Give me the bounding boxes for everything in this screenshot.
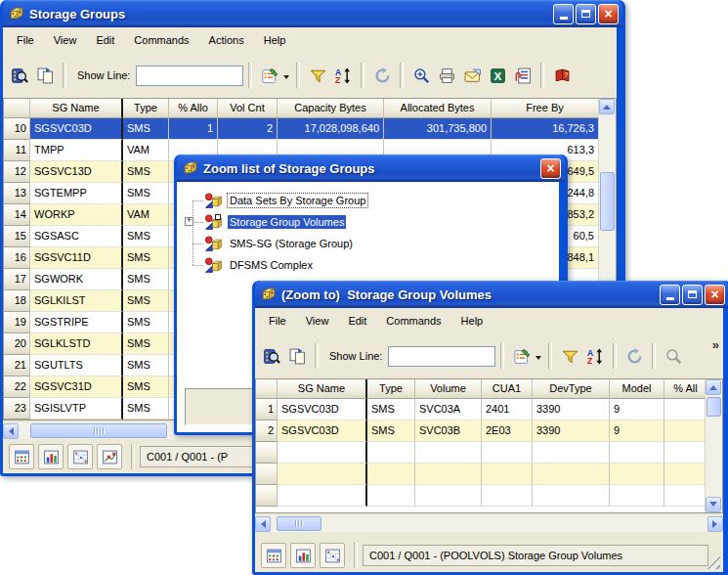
row-number-cell[interactable]: 1	[256, 399, 278, 420]
menu-item[interactable]: Help	[254, 30, 296, 50]
col-header-volume[interactable]: Volume	[415, 379, 482, 399]
scroll-left-button[interactable]	[3, 423, 19, 439]
show-line-input[interactable]	[136, 66, 243, 86]
col-header-rownum[interactable]	[256, 379, 278, 399]
zoom-in-button[interactable]	[408, 63, 434, 88]
scrollbar-thumb[interactable]	[707, 397, 721, 417]
titlebar[interactable]: Storage Groups	[3, 0, 622, 27]
tree-item[interactable]: + Data Sets By Storage Group	[177, 190, 559, 211]
print-button[interactable]	[434, 63, 459, 88]
scroll-down-button[interactable]	[706, 497, 721, 512]
col-header-cua1[interactable]: CUA1	[482, 379, 533, 399]
minimize-button[interactable]	[553, 4, 574, 24]
menu-item[interactable]: Edit	[338, 311, 376, 331]
toolbar-overflow-chevron[interactable]: »	[712, 337, 719, 352]
volume-row[interactable]: 2 SGSVC03D SMS SVC03B 2E03 3390 9	[256, 420, 707, 442]
sort-az-button[interactable]	[330, 63, 356, 88]
tree-item[interactable]: + DFSMS Complex	[177, 254, 559, 276]
filter-button[interactable]	[305, 63, 330, 88]
view-options-button[interactable]	[257, 63, 282, 88]
scroll-up-button[interactable]	[706, 379, 721, 395]
menu-item[interactable]: View	[296, 311, 339, 331]
row-number-cell[interactable]: 13	[4, 183, 30, 204]
menu-item[interactable]: File	[259, 311, 296, 331]
col-header-type[interactable]: Type	[367, 379, 415, 399]
col-header-vol-cnt[interactable]: Vol Cnt	[218, 99, 278, 118]
col-header-devtype[interactable]: DevType	[533, 379, 610, 399]
resize-grip[interactable]	[707, 555, 720, 569]
col-header-pct-all[interactable]: % All	[664, 379, 707, 399]
dropdown-arrow-icon[interactable]	[535, 356, 541, 363]
col-header-rownum[interactable]	[4, 99, 30, 118]
row-number-cell[interactable]: 23	[4, 398, 30, 420]
col-header-capacity[interactable]: Capacity Bytes	[278, 99, 384, 118]
col-header-sg-name[interactable]: SG Name	[278, 379, 367, 399]
table-view-button[interactable]	[261, 543, 286, 568]
row-number-cell[interactable]: 14	[4, 204, 30, 226]
find-button[interactable]	[259, 343, 284, 369]
titlebar[interactable]: Zoom list of Storage Groups	[177, 155, 565, 182]
row-number-cell[interactable]: 15	[4, 226, 30, 247]
volume-row[interactable]	[256, 464, 707, 485]
col-header-sg-name[interactable]: SG Name	[30, 99, 123, 118]
scrollbar-thumb[interactable]	[30, 423, 167, 438]
scroll-left-button[interactable]	[255, 516, 271, 532]
menu-item[interactable]: Edit	[86, 30, 124, 50]
sort-az-button[interactable]	[582, 343, 608, 369]
col-header-pct-allo[interactable]: % Allo	[169, 99, 218, 118]
grid-view-button[interactable]	[320, 543, 345, 568]
dropdown-arrow-icon[interactable]	[283, 75, 289, 82]
grid-view-button[interactable]	[67, 444, 93, 469]
menu-item[interactable]: View	[44, 30, 87, 50]
expand-toggle[interactable]: +	[185, 217, 193, 226]
copy-button[interactable]	[284, 343, 310, 369]
table-view-button[interactable]	[9, 444, 34, 469]
maximize-button[interactable]	[576, 4, 596, 24]
menu-item[interactable]: Actions	[199, 30, 254, 50]
vertical-scrollbar[interactable]	[705, 379, 722, 512]
tree-item[interactable]: + Storage Group Volumes	[177, 211, 559, 233]
col-header-allocated[interactable]: Allocated Bytes	[384, 99, 492, 118]
menu-item[interactable]: File	[7, 30, 44, 50]
tree-item[interactable]: + SMS-SG (Storage Group)	[177, 233, 559, 254]
excel-export-button[interactable]	[485, 63, 510, 88]
refresh-button[interactable]	[369, 63, 395, 88]
row-number-cell[interactable]	[256, 464, 278, 485]
maximize-button[interactable]	[682, 285, 703, 305]
refresh-button[interactable]	[621, 343, 647, 369]
scrollbar-thumb[interactable]	[277, 516, 321, 531]
show-line-input[interactable]	[388, 346, 495, 367]
menu-item[interactable]: Commands	[376, 311, 450, 331]
find-button[interactable]	[7, 63, 32, 88]
chart-view-button[interactable]	[38, 444, 64, 469]
menu-item[interactable]: Commands	[124, 30, 198, 50]
volume-row[interactable]	[256, 442, 707, 464]
titlebar[interactable]: (Zoom to) Storage Group Volumes	[255, 281, 728, 308]
close-button[interactable]	[705, 285, 725, 305]
volume-row[interactable]: 1 SGSVC03D SMS SVC03A 2401 3390 9	[256, 399, 707, 420]
copy-button[interactable]	[32, 63, 58, 88]
volume-row[interactable]	[256, 485, 707, 507]
row-number-cell[interactable]: 10	[4, 118, 30, 140]
scroll-right-button[interactable]	[707, 516, 723, 532]
row-number-cell[interactable]: 16	[4, 247, 30, 269]
close-button[interactable]	[540, 158, 561, 179]
row-number-cell[interactable]: 20	[4, 333, 30, 355]
filter-button[interactable]	[557, 343, 582, 369]
view-options-button[interactable]	[509, 343, 535, 369]
minimize-button[interactable]	[660, 285, 680, 305]
row-number-cell[interactable]: 21	[4, 355, 30, 376]
col-header-free-bytes[interactable]: Free By	[492, 99, 599, 118]
close-button[interactable]	[598, 4, 619, 24]
chart-view-button[interactable]	[290, 543, 316, 568]
row-number-cell[interactable]: 12	[4, 161, 30, 183]
horizontal-scrollbar[interactable]	[255, 515, 723, 532]
row-number-cell[interactable]: 2	[256, 420, 278, 442]
report-button[interactable]	[510, 63, 535, 88]
plot-view-button[interactable]	[97, 444, 122, 469]
col-header-type[interactable]: Type	[123, 99, 169, 118]
scroll-up-button[interactable]	[599, 99, 615, 114]
help-button[interactable]	[549, 63, 575, 88]
menu-item[interactable]: Help	[451, 311, 493, 331]
scrollbar-thumb[interactable]	[600, 172, 615, 231]
